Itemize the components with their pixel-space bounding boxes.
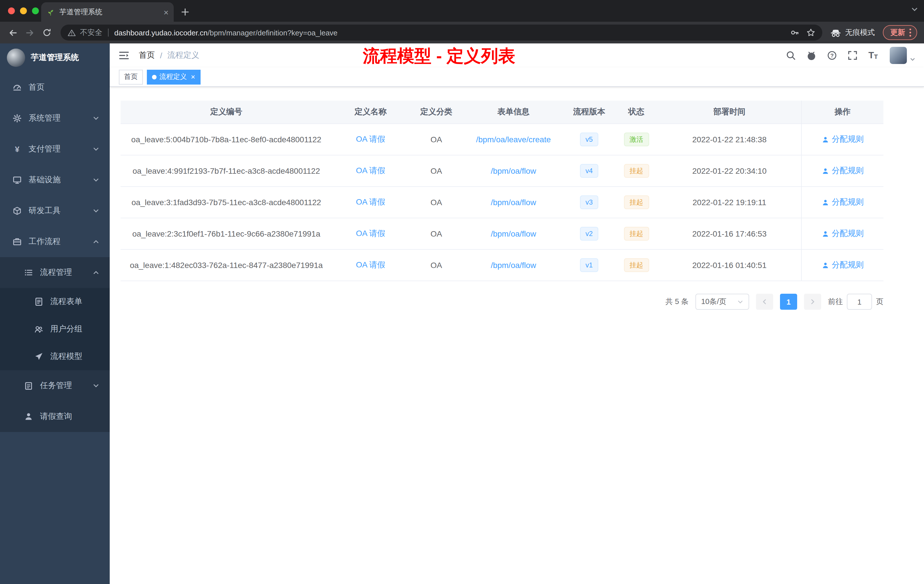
page-size-select[interactable]: 10条/页	[695, 294, 749, 310]
sidebar-item-payment[interactable]: ¥ 支付管理	[0, 134, 110, 165]
sidebar-toggle-icon[interactable]	[118, 50, 130, 61]
security-label[interactable]: 不安全	[80, 27, 102, 38]
chevron-down-icon	[92, 115, 99, 122]
cell-definition-name: OA 请假	[332, 229, 409, 239]
url-host: dashboard.yudao.iocoder.cn	[114, 28, 208, 37]
column-header-version: 流程版本	[563, 107, 615, 117]
sidebar-item-workflow[interactable]: 工作流程	[0, 226, 110, 257]
address-bar[interactable]: 不安全 dashboard.yudao.iocoder.cn/bpm/manag…	[61, 25, 822, 41]
chevron-down-icon	[737, 299, 743, 305]
font-size-icon[interactable]: TT	[868, 50, 878, 61]
form-link[interactable]: /bpm/oa/flow	[491, 229, 536, 238]
cell-definition-name: OA 请假	[332, 260, 409, 270]
cell-category: OA	[409, 166, 464, 175]
form-link[interactable]: /bpm/oa/flow	[491, 261, 536, 270]
assign-rule-link[interactable]: 分配规则	[822, 134, 864, 145]
tag-home[interactable]: 首页	[119, 69, 143, 84]
sidebar-item-label: 系统管理	[28, 113, 86, 124]
goto-label: 前往	[828, 297, 843, 307]
cell-status: 挂起	[615, 258, 658, 272]
window-minimize-button[interactable]	[20, 7, 27, 14]
assign-rule-link[interactable]: 分配规则	[822, 197, 864, 208]
column-header-status: 状态	[615, 107, 658, 117]
definition-name-link[interactable]: OA 请假	[356, 229, 385, 238]
back-button[interactable]	[5, 25, 21, 41]
table-header-row: 定义编号 定义名称 定义分类 表单信息 流程版本 状态 部署时间 操作	[120, 101, 883, 124]
form-link[interactable]: /bpm/oa/flow	[491, 166, 536, 175]
sidebar-item-process-form[interactable]: 流程表单	[0, 288, 110, 315]
breadcrumb-current: 流程定义	[167, 50, 200, 61]
status-badge: 挂起	[624, 195, 649, 209]
password-key-icon[interactable]	[790, 28, 799, 37]
definition-name-link[interactable]: OA 请假	[356, 134, 385, 144]
tab-close-icon[interactable]: ×	[163, 8, 168, 16]
bookmark-star-icon[interactable]	[806, 28, 815, 37]
tag-close-icon[interactable]: ×	[191, 73, 195, 81]
cell-form-info: /bpm/oa/flow	[464, 229, 563, 238]
user-icon	[822, 136, 829, 143]
definition-name-link[interactable]: OA 请假	[356, 197, 385, 206]
window-close-button[interactable]	[8, 7, 15, 14]
cell-actions: 分配规则	[801, 124, 883, 155]
reload-button[interactable]	[39, 25, 55, 41]
next-page-button[interactable]	[804, 294, 821, 310]
table-row: oa_leave:3:1fad3d93-7b75-11ec-a3c8-acde4…	[120, 186, 883, 218]
cell-version: v4	[563, 164, 615, 178]
user-icon	[822, 199, 829, 206]
browser-tab[interactable]: 芋道管理系统 ×	[41, 2, 174, 22]
sidebar-item-task-management[interactable]: 任务管理	[0, 370, 110, 401]
url-text[interactable]: dashboard.yudao.iocoder.cn/bpm/manager/d…	[114, 28, 337, 37]
sidebar-item-infrastructure[interactable]: 基础设施	[0, 165, 110, 195]
page-number-button[interactable]: 1	[780, 294, 797, 310]
cell-definition-name: OA 请假	[332, 166, 409, 176]
assign-rule-link[interactable]: 分配规则	[822, 229, 864, 239]
window-zoom-button[interactable]	[32, 7, 39, 14]
security-warning-icon[interactable]	[68, 28, 76, 37]
sidebar-item-devtools[interactable]: 研发工具	[0, 195, 110, 226]
goto-page-input[interactable]	[847, 294, 872, 310]
form-link[interactable]: /bpm/oa/leave/create	[476, 135, 551, 144]
fullscreen-icon[interactable]	[847, 50, 858, 61]
sidebar-item-user-group[interactable]: 用户分组	[0, 315, 110, 343]
chevron-up-icon	[92, 238, 99, 245]
incognito-badge: 无痕模式	[830, 27, 875, 38]
sidebar-item-leave-query[interactable]: 请假查询	[0, 401, 110, 432]
assign-rule-link[interactable]: 分配规则	[822, 260, 864, 270]
definition-name-link[interactable]: OA 请假	[356, 166, 385, 175]
sidebar-item-label: 请假查询	[40, 411, 99, 422]
list-icon	[24, 268, 33, 277]
user-menu[interactable]	[890, 47, 916, 64]
tab-search-caret-icon[interactable]	[911, 6, 918, 13]
form-link[interactable]: /bpm/oa/flow	[491, 198, 536, 207]
sidebar-item-home[interactable]: 首页	[0, 72, 110, 103]
svg-text:?: ?	[830, 53, 834, 59]
tab-favicon-icon	[46, 8, 55, 16]
forward-button[interactable]	[22, 25, 38, 41]
search-icon[interactable]	[786, 50, 796, 61]
sidebar-item-process-management[interactable]: 流程管理	[0, 257, 110, 288]
sidebar-item-process-model[interactable]: 流程模型	[0, 343, 110, 370]
sidebar-item-label: 用户分组	[50, 324, 99, 334]
help-icon[interactable]: ?	[827, 50, 837, 61]
sidebar-item-label: 流程管理	[40, 267, 86, 278]
cell-version: v2	[563, 227, 615, 241]
column-header-deploy-time: 部署时间	[658, 107, 801, 117]
browser-update-button[interactable]: 更新	[883, 25, 917, 40]
sidebar-item-system[interactable]: 系统管理	[0, 103, 110, 134]
definition-name-link[interactable]: OA 请假	[356, 260, 385, 269]
goto-unit-label: 页	[876, 297, 883, 307]
chevron-down-icon	[92, 177, 99, 183]
browser-menu-dots-icon[interactable]	[909, 28, 911, 37]
github-icon[interactable]	[806, 50, 817, 61]
tag-process-definition[interactable]: 流程定义 ×	[147, 69, 200, 84]
prev-page-button[interactable]	[756, 294, 773, 310]
assign-rule-link[interactable]: 分配规则	[822, 166, 864, 176]
paper-plane-icon	[34, 352, 43, 361]
browser-toolbar: 不安全 dashboard.yudao.iocoder.cn/bpm/manag…	[0, 22, 924, 43]
new-tab-button[interactable]	[177, 4, 193, 20]
cell-version: v5	[563, 133, 615, 146]
sidebar-logo[interactable]: 芋道管理系统	[0, 43, 110, 72]
cell-category: OA	[409, 261, 464, 270]
incognito-label: 无痕模式	[845, 27, 875, 38]
breadcrumb-home[interactable]: 首页	[139, 50, 155, 61]
